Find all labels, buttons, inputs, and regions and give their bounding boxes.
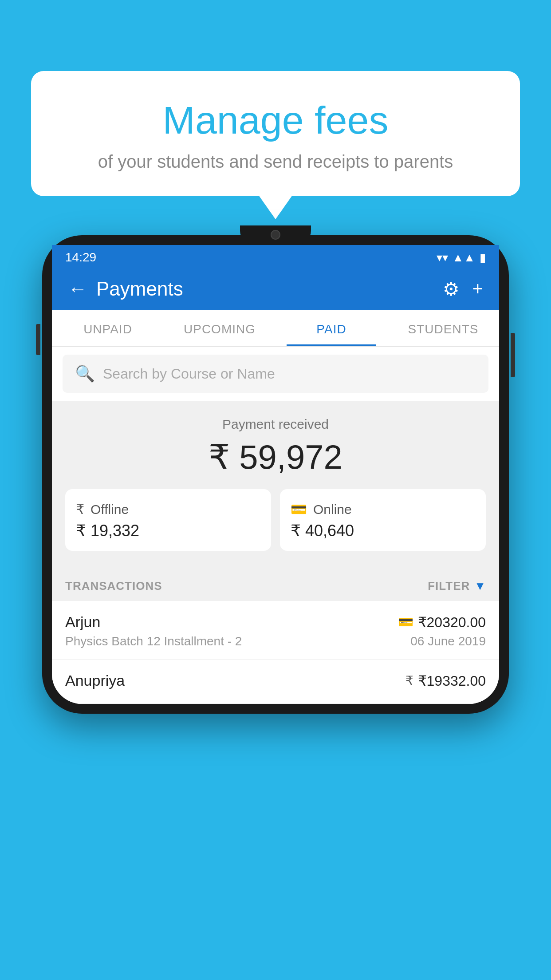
student-name: Arjun — [65, 613, 100, 631]
payment-received-label: Payment received — [65, 417, 486, 432]
transactions-header: TRANSACTIONS FILTER ▼ — [52, 569, 499, 601]
status-icons: ▾▾ ▲▲ ▮ — [437, 251, 486, 265]
student-name: Anupriya — [65, 672, 125, 689]
table-row[interactable]: Arjun 💳 ₹20320.00 Physics Batch 12 Insta… — [52, 601, 499, 660]
time-display: 14:29 — [65, 250, 96, 265]
phone-container: 14:29 ▾▾ ▲▲ ▮ ← Payments ⚙ + — [42, 235, 509, 980]
search-box[interactable]: 🔍 Search by Course or Name — [63, 355, 488, 393]
payment-cards: ₹ Offline ₹ 19,332 💳 Online ₹ 40,640 — [65, 489, 486, 551]
filter-container[interactable]: FILTER ▼ — [428, 579, 486, 593]
search-container: 🔍 Search by Course or Name — [52, 347, 499, 401]
cash-payment-icon: ₹ — [405, 673, 413, 688]
app-bar-title: Payments — [96, 278, 183, 300]
cash-icon: ₹ — [76, 502, 84, 517]
offline-card: ₹ Offline ₹ 19,332 — [65, 489, 271, 551]
speech-bubble: Manage fees of your students and send re… — [31, 71, 520, 196]
tab-students[interactable]: STUDENTS — [387, 310, 499, 346]
signal-icon: ▲▲ — [453, 251, 475, 265]
payment-total-amount: ₹ 59,972 — [65, 437, 486, 477]
online-card: 💳 Online ₹ 40,640 — [280, 489, 486, 551]
camera — [271, 230, 280, 240]
phone: 14:29 ▾▾ ▲▲ ▮ ← Payments ⚙ + — [42, 235, 509, 714]
course-info: Physics Batch 12 Installment - 2 — [65, 634, 242, 648]
offline-amount: ₹ 19,332 — [76, 522, 260, 540]
tabs-container: UNPAID UPCOMING PAID STUDENTS — [52, 310, 499, 347]
settings-icon[interactable]: ⚙ — [443, 278, 460, 300]
notch — [240, 225, 311, 244]
back-button[interactable]: ← — [68, 278, 87, 300]
bubble-title: Manage fees — [62, 98, 489, 143]
card-icon: 💳 — [291, 502, 307, 517]
table-row[interactable]: Anupriya ₹ ₹19332.00 — [52, 660, 499, 704]
search-icon: 🔍 — [75, 364, 95, 383]
online-amount: ₹ 40,640 — [291, 522, 475, 540]
app-bar-right: ⚙ + — [443, 278, 483, 300]
status-bar: 14:29 ▾▾ ▲▲ ▮ — [52, 245, 499, 268]
add-icon[interactable]: + — [472, 278, 483, 300]
transaction-amount: ₹20320.00 — [418, 614, 486, 631]
app-bar-left: ← Payments — [68, 278, 183, 300]
tab-upcoming[interactable]: UPCOMING — [164, 310, 276, 346]
bubble-subtitle: of your students and send receipts to pa… — [62, 152, 489, 172]
wifi-icon: ▾▾ — [437, 251, 448, 265]
filter-icon[interactable]: ▼ — [474, 579, 486, 593]
volume-button — [36, 324, 40, 355]
search-input[interactable]: Search by Course or Name — [103, 366, 275, 382]
power-button — [511, 333, 515, 377]
transaction-amount: ₹19332.00 — [418, 672, 486, 689]
transaction-date: 06 June 2019 — [410, 634, 486, 648]
online-label: Online — [313, 502, 352, 517]
battery-icon: ▮ — [480, 251, 486, 265]
tab-paid[interactable]: PAID — [276, 310, 387, 346]
card-payment-icon: 💳 — [398, 615, 413, 629]
payment-summary: Payment received ₹ 59,972 ₹ Offline ₹ 19… — [52, 401, 499, 569]
offline-label: Offline — [91, 502, 129, 517]
screen: ← Payments ⚙ + UNPAID UPCOMING PAID STUD… — [52, 268, 499, 704]
tab-unpaid[interactable]: UNPAID — [52, 310, 164, 346]
app-bar: ← Payments ⚙ + — [52, 268, 499, 310]
filter-label: FILTER — [428, 579, 470, 593]
transactions-label: TRANSACTIONS — [65, 579, 162, 593]
